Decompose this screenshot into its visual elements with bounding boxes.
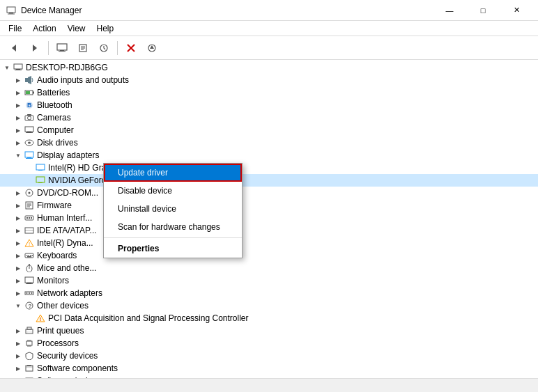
keyboards-expand-icon: ▶ xyxy=(13,250,24,261)
tree-item-bluetooth[interactable]: ▶ B Bluetooth xyxy=(0,99,538,111)
networkadapters-label: Network adapters xyxy=(37,288,102,298)
batteries-label: Batteries xyxy=(37,88,70,97)
maximize-button[interactable]: □ xyxy=(467,1,499,20)
toolbar-computer[interactable] xyxy=(52,39,72,57)
batteries-expand-icon: ▶ xyxy=(13,87,24,98)
tree-item-softwaredevices[interactable]: ▶ Software devices xyxy=(0,375,538,378)
computer-device-icon xyxy=(24,125,35,136)
app-icon xyxy=(6,5,17,16)
menu-action[interactable]: Action xyxy=(27,22,61,35)
tree-item-ideata[interactable]: ▶ IDE ATA/ATAP... xyxy=(0,224,538,237)
main-content: ▼ DESKTOP-RDJB6GG ▶ Audio inputs and xyxy=(0,60,538,378)
tree-item-dvd[interactable]: ▶ DVD/CD-ROM... xyxy=(0,187,538,199)
svg-rect-31 xyxy=(27,132,31,132)
tree-panel[interactable]: ▼ DESKTOP-RDJB6GG ▶ Audio inputs and xyxy=(0,60,538,378)
otherdevices-expand-icon: ▼ xyxy=(13,300,24,311)
nvidia-expand-icon xyxy=(24,175,35,186)
firmware-label: Firmware xyxy=(37,201,72,210)
tree-item-diskdrives[interactable]: ▶ Disk drives xyxy=(0,136,538,149)
properties-icon xyxy=(78,43,88,53)
minimize-button[interactable]: — xyxy=(433,1,466,20)
menu-help[interactable]: Help xyxy=(91,22,120,35)
context-menu-separator xyxy=(104,237,242,238)
softwarecomponents-expand-icon: ▶ xyxy=(13,363,24,374)
computer-expand-icon: ▶ xyxy=(13,125,24,136)
firmware-expand-icon: ▶ xyxy=(13,200,24,211)
tree-item-otherdevices[interactable]: ▼ ? Other devices xyxy=(0,299,538,312)
tree-item-audio[interactable]: ▶ Audio inputs and outputs xyxy=(0,74,538,86)
monitors-expand-icon: ▶ xyxy=(13,275,24,286)
svg-rect-58 xyxy=(29,255,30,256)
bluetooth-expand-icon: ▶ xyxy=(13,100,24,111)
tree-item-softwarecomponents[interactable]: ▶ Software components xyxy=(0,362,538,375)
toolbar-back[interactable] xyxy=(4,39,24,57)
diskdrives-icon xyxy=(24,137,35,148)
tree-item-humaninterf[interactable]: ▶ Human Interf... xyxy=(0,212,538,224)
svg-point-70 xyxy=(29,292,30,294)
menu-file[interactable]: File xyxy=(3,22,27,35)
tree-item-batteries[interactable]: ▶ Batteries xyxy=(0,86,538,99)
tree-item-intel[interactable]: Intel(R) HD Graphics 520 xyxy=(0,162,538,174)
computer-label: Computer xyxy=(37,125,74,135)
tree-item-securitydevices[interactable]: ▶ Security devices xyxy=(0,350,538,362)
pcidata-expand-icon xyxy=(24,313,35,324)
svg-rect-61 xyxy=(27,256,31,258)
svg-rect-37 xyxy=(26,158,33,159)
tree-item-monitors[interactable]: ▶ Monitors xyxy=(0,274,538,287)
tree-item-nvidia[interactable]: NVIDIA GeForce 940M xyxy=(0,174,538,187)
svg-marker-4 xyxy=(33,45,37,52)
title-bar-left: Device Manager xyxy=(6,5,82,16)
svg-rect-38 xyxy=(36,164,45,170)
dvd-icon xyxy=(24,187,35,198)
context-menu-disable-device[interactable]: Disable device xyxy=(104,182,242,200)
tree-item-displayadapters[interactable]: ▼ Display adapters xyxy=(0,149,538,162)
tree-item-firmware[interactable]: ▶ Firmware xyxy=(0,199,538,212)
audio-icon xyxy=(24,75,35,86)
tree-item-cameras[interactable]: ▶ Cameras xyxy=(0,111,538,124)
svg-rect-24 xyxy=(26,91,30,94)
back-icon xyxy=(9,43,19,53)
tree-root[interactable]: ▼ DESKTOP-RDJB6GG xyxy=(0,61,538,74)
title-text: Device Manager xyxy=(21,6,82,15)
softwarecomponents-icon xyxy=(24,363,35,374)
tree-item-mice[interactable]: ▶ Mice and othe... xyxy=(0,262,538,274)
toolbar-update[interactable] xyxy=(142,39,162,57)
mice-label: Mice and othe... xyxy=(37,263,96,273)
title-bar: Device Manager — □ ✕ xyxy=(0,0,538,21)
toolbar-remove[interactable] xyxy=(121,39,141,57)
svg-marker-3 xyxy=(12,45,16,52)
context-menu-uninstall-device[interactable]: Uninstall device xyxy=(104,200,242,218)
tree-item-processors[interactable]: ▶ Processors xyxy=(0,337,538,350)
tree-item-keyboards[interactable]: ▶ Keyboards xyxy=(0,249,538,262)
svg-marker-21 xyxy=(28,76,31,84)
svg-rect-2 xyxy=(8,13,15,14)
tree-item-computer[interactable]: ▶ Computer xyxy=(0,124,538,136)
svg-rect-65 xyxy=(25,277,33,283)
context-menu: Update driver Disable device Uninstall d… xyxy=(103,163,243,258)
tree-item-networkadapters[interactable]: ▶ Network adapters xyxy=(0,287,538,299)
displayadapters-expand-icon: ▼ xyxy=(13,150,24,161)
softwaredevices-icon xyxy=(24,375,35,378)
tree-item-inteldyna[interactable]: ▶ ! Intel(R) Dyna... xyxy=(0,237,538,249)
svg-rect-66 xyxy=(27,283,31,283)
printqueues-label: Print queues xyxy=(37,326,84,336)
close-button[interactable]: ✕ xyxy=(500,1,532,20)
humaninterf-label: Human Interf... xyxy=(37,213,92,223)
displayadapters-icon xyxy=(24,150,35,161)
toolbar-scan[interactable] xyxy=(94,39,114,57)
context-menu-properties[interactable]: Properties xyxy=(104,240,242,258)
tree-item-pcidata[interactable]: ! PCI Data Acquisition and Signal Proces… xyxy=(0,312,538,324)
toolbar-properties[interactable] xyxy=(73,39,93,57)
context-menu-update-driver[interactable]: Update driver xyxy=(104,164,242,182)
svg-marker-16 xyxy=(150,45,154,49)
nvidia-icon xyxy=(35,175,46,186)
processors-icon xyxy=(24,338,35,349)
menu-view[interactable]: View xyxy=(62,22,91,35)
tree-item-printqueues[interactable]: ▶ Print queues xyxy=(0,324,538,337)
svg-rect-78 xyxy=(27,331,31,333)
svg-point-69 xyxy=(26,292,28,294)
toolbar-forward[interactable] xyxy=(25,39,45,57)
keyboards-icon xyxy=(24,250,35,261)
cameras-label: Cameras xyxy=(37,113,71,123)
context-menu-scan-hardware[interactable]: Scan for hardware changes xyxy=(104,218,242,236)
